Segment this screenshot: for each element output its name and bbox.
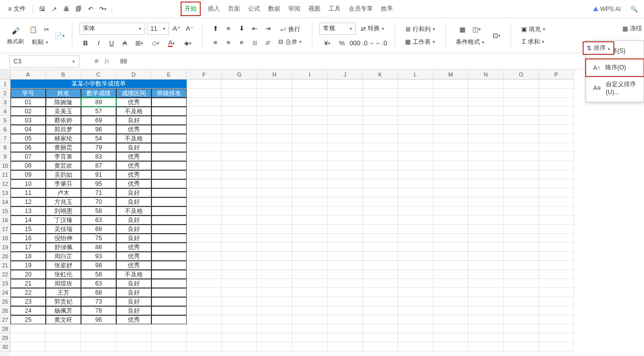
empty-cell[interactable]	[46, 324, 81, 333]
empty-cell[interactable]	[504, 170, 539, 179]
data-cell[interactable]	[151, 288, 187, 297]
font-decrease-icon[interactable]: A⁻	[184, 23, 195, 34]
empty-cell[interactable]	[433, 80, 468, 89]
data-cell[interactable]: 优秀	[116, 315, 151, 324]
empty-cell[interactable]	[222, 206, 257, 216]
empty-cell[interactable]	[468, 179, 504, 188]
tab-efficiency[interactable]: 效率	[380, 2, 394, 16]
empty-cell[interactable]	[504, 216, 539, 225]
font-increase-icon[interactable]: A⁺	[171, 23, 182, 34]
empty-cell[interactable]	[504, 243, 539, 252]
empty-cell[interactable]	[504, 116, 539, 125]
data-cell[interactable]	[151, 107, 187, 116]
tab-insert[interactable]: 插入	[207, 2, 221, 16]
empty-cell[interactable]	[11, 324, 46, 333]
empty-cell[interactable]	[187, 170, 222, 179]
empty-cell[interactable]	[222, 261, 257, 270]
empty-cell[interactable]	[257, 324, 292, 333]
row-header[interactable]: 8	[0, 143, 11, 152]
empty-cell[interactable]	[468, 143, 504, 152]
data-cell[interactable]: 73	[81, 297, 116, 306]
empty-cell[interactable]	[398, 315, 433, 324]
align-left-icon[interactable]: ≡	[210, 37, 221, 48]
tab-start[interactable]: 开始	[181, 2, 201, 16]
empty-cell[interactable]	[257, 107, 292, 116]
data-cell[interactable]: 21	[11, 279, 46, 288]
empty-cell[interactable]	[363, 98, 398, 107]
empty-cell[interactable]	[257, 98, 292, 107]
empty-cell[interactable]	[363, 206, 398, 216]
data-cell[interactable]: 良好	[116, 297, 151, 306]
align-center-icon[interactable]: ≡	[223, 37, 234, 48]
empty-cell[interactable]	[222, 80, 257, 89]
empty-cell[interactable]	[257, 270, 292, 279]
col-header[interactable]: E	[151, 69, 187, 80]
col-header[interactable]: P	[539, 69, 574, 80]
empty-cell[interactable]	[328, 179, 363, 188]
empty-cell[interactable]	[328, 315, 363, 324]
empty-cell[interactable]	[539, 225, 574, 234]
empty-cell[interactable]	[504, 333, 539, 342]
cancel-icon[interactable]: ⊗	[94, 57, 99, 65]
title-cell[interactable]: 某某小学数学成绩单	[11, 80, 187, 89]
underline-icon[interactable]: U	[106, 38, 117, 49]
data-cell[interactable]: 吴美玉	[46, 107, 81, 116]
data-cell[interactable]: 87	[81, 161, 116, 170]
empty-cell[interactable]	[433, 243, 468, 252]
undo-icon[interactable]: ↶	[86, 4, 96, 14]
empty-cell[interactable]	[328, 297, 363, 306]
empty-cell[interactable]	[363, 116, 398, 125]
empty-cell[interactable]	[46, 342, 81, 351]
data-cell[interactable]	[151, 206, 187, 216]
empty-cell[interactable]	[504, 261, 539, 270]
empty-cell[interactable]	[187, 206, 222, 216]
clear-format-icon[interactable]: ◈▾	[181, 38, 195, 49]
data-cell[interactable]	[151, 279, 187, 288]
row-header[interactable]: 24	[0, 288, 11, 297]
empty-cell[interactable]	[292, 89, 328, 98]
empty-cell[interactable]	[468, 279, 504, 288]
empty-cell[interactable]	[328, 225, 363, 234]
empty-cell[interactable]	[187, 342, 222, 351]
data-cell[interactable]	[151, 243, 187, 252]
font-color-icon[interactable]: A▾	[165, 38, 179, 49]
data-cell[interactable]: 83	[81, 152, 116, 161]
empty-cell[interactable]	[539, 134, 574, 143]
empty-cell[interactable]	[328, 80, 363, 89]
empty-cell[interactable]	[187, 324, 222, 333]
empty-cell[interactable]	[398, 179, 433, 188]
row-header[interactable]: 9	[0, 152, 11, 161]
empty-cell[interactable]	[222, 98, 257, 107]
empty-cell[interactable]	[257, 161, 292, 170]
data-cell[interactable]: 优秀	[116, 125, 151, 134]
empty-cell[interactable]	[468, 297, 504, 306]
data-cell[interactable]: 98	[81, 261, 116, 270]
empty-cell[interactable]	[292, 188, 328, 197]
data-cell[interactable]: 01	[11, 98, 46, 107]
empty-cell[interactable]	[504, 279, 539, 288]
empty-cell[interactable]	[433, 116, 468, 125]
number-format-selector[interactable]: 常规▾	[319, 23, 356, 35]
row-header[interactable]: 20	[0, 252, 11, 261]
data-cell[interactable]: 13	[11, 206, 46, 216]
empty-cell[interactable]	[292, 288, 328, 297]
empty-cell[interactable]	[257, 206, 292, 216]
empty-cell[interactable]	[398, 134, 433, 143]
empty-cell[interactable]	[222, 243, 257, 252]
empty-cell[interactable]	[328, 279, 363, 288]
empty-cell[interactable]	[363, 107, 398, 116]
empty-cell[interactable]	[222, 306, 257, 315]
empty-cell[interactable]	[292, 170, 328, 179]
col-header[interactable]: N	[468, 69, 504, 80]
data-cell[interactable]: 黄芸欢	[46, 161, 81, 170]
empty-cell[interactable]	[328, 261, 363, 270]
data-cell[interactable]: 20	[11, 270, 46, 279]
worksheet-button[interactable]: ▦ 工作表▾	[402, 37, 438, 47]
empty-cell[interactable]	[539, 270, 574, 279]
empty-cell[interactable]	[433, 252, 468, 261]
row-header[interactable]: 27	[0, 315, 11, 324]
data-cell[interactable]	[151, 116, 187, 125]
data-cell[interactable]: 优秀	[116, 179, 151, 188]
empty-cell[interactable]	[328, 243, 363, 252]
empty-cell[interactable]	[504, 179, 539, 188]
